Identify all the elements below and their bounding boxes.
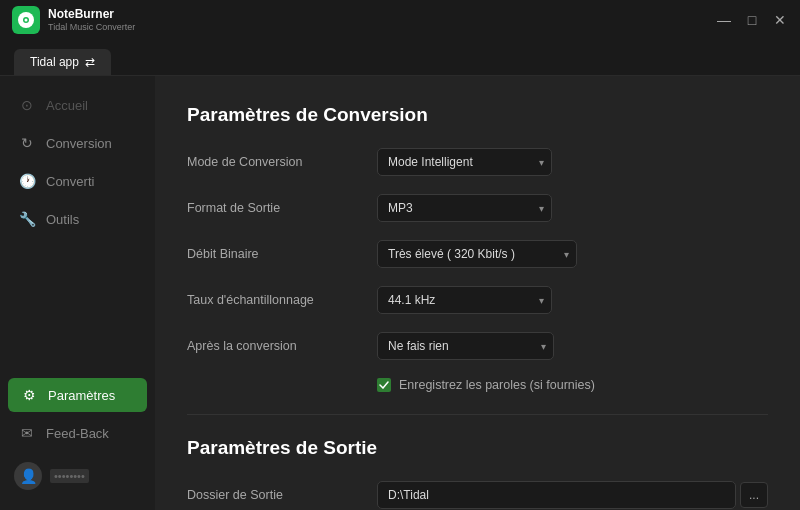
debit-binaire-label: Débit Binaire: [187, 247, 377, 261]
dossier-sortie-label: Dossier de Sortie: [187, 488, 377, 502]
app-brand: NoteBurner Tidal Music Converter: [12, 6, 135, 34]
app-name-sub: Tidal Music Converter: [48, 22, 135, 33]
tab-label: Tidal app: [30, 55, 79, 69]
taux-echantillonnage-label: Taux d'échantillonnage: [187, 293, 377, 307]
app-name-main: NoteBurner: [48, 7, 135, 21]
feedback-icon: ✉: [18, 424, 36, 442]
debit-binaire-select-wrapper: Très élevé ( 320 Kbit/s ) Élevé ( 256 Kb…: [377, 240, 577, 268]
dossier-sortie-row: Dossier de Sortie ...: [187, 481, 768, 509]
tidal-app-tab[interactable]: Tidal app ⇄: [14, 49, 111, 75]
lyrics-checkbox[interactable]: [377, 378, 391, 392]
window-controls: — □ ✕: [716, 12, 788, 28]
main-layout: ⊙ Accueil ↻ Conversion 🕐 Converti 🔧 Outi…: [0, 76, 800, 510]
sidebar-label-accueil: Accueil: [46, 98, 88, 113]
sortie-section-title: Paramètres de Sortie: [187, 437, 768, 459]
taux-echantillonnage-row: Taux d'échantillonnage 44.1 kHz 48 kHz 9…: [187, 286, 768, 314]
sidebar-item-converti[interactable]: 🕐 Converti: [0, 162, 155, 200]
debit-binaire-select[interactable]: Très élevé ( 320 Kbit/s ) Élevé ( 256 Kb…: [377, 240, 577, 268]
format-sortie-select[interactable]: MP3 AAC WAV FLAC AIFF ALAC: [377, 194, 552, 222]
apres-conversion-select[interactable]: Ne fais rien Ouvrir le dossier de sortie…: [377, 332, 554, 360]
sidebar-label-converti: Converti: [46, 174, 94, 189]
logo-icon: [18, 12, 34, 28]
debit-binaire-control: Très élevé ( 320 Kbit/s ) Élevé ( 256 Kb…: [377, 240, 768, 268]
sidebar-item-accueil[interactable]: ⊙ Accueil: [0, 86, 155, 124]
apres-conversion-control: Ne fais rien Ouvrir le dossier de sortie…: [377, 332, 768, 360]
title-bar: NoteBurner Tidal Music Converter — □ ✕: [0, 0, 800, 40]
close-button[interactable]: ✕: [772, 12, 788, 28]
history-icon: 🕐: [18, 172, 36, 190]
format-sortie-select-wrapper: MP3 AAC WAV FLAC AIFF ALAC ▾: [377, 194, 552, 222]
app-name: NoteBurner Tidal Music Converter: [48, 7, 135, 32]
sidebar-item-parametres[interactable]: ⚙ Paramètres: [8, 378, 147, 412]
mode-conversion-select-wrapper: Mode Intelligent Mode YouTube ▾: [377, 148, 552, 176]
svg-point-1: [25, 19, 28, 22]
browse-button[interactable]: ...: [740, 482, 768, 508]
apres-conversion-row: Après la conversion Ne fais rien Ouvrir …: [187, 332, 768, 360]
mode-conversion-select[interactable]: Mode Intelligent Mode YouTube: [377, 148, 552, 176]
sidebar-item-feedback[interactable]: ✉ Feed-Back: [0, 414, 155, 452]
format-sortie-control: MP3 AAC WAV FLAC AIFF ALAC ▾: [377, 194, 768, 222]
sidebar-item-conversion[interactable]: ↻ Conversion: [0, 124, 155, 162]
app-logo: [12, 6, 40, 34]
minimize-button[interactable]: —: [716, 12, 732, 28]
user-avatar: 👤: [14, 462, 42, 490]
settings-icon: ⚙: [20, 386, 38, 404]
sidebar-label-parametres: Paramètres: [48, 388, 115, 403]
debit-binaire-row: Débit Binaire Très élevé ( 320 Kbit/s ) …: [187, 240, 768, 268]
maximize-button[interactable]: □: [744, 12, 760, 28]
dossier-input-group: ...: [377, 481, 768, 509]
lyrics-checkbox-label: Enregistrez les paroles (si fournies): [399, 378, 595, 392]
mode-conversion-row: Mode de Conversion Mode Intelligent Mode…: [187, 148, 768, 176]
dossier-sortie-input[interactable]: [377, 481, 736, 509]
sidebar-label-conversion: Conversion: [46, 136, 112, 151]
sidebar-item-outils[interactable]: 🔧 Outils: [0, 200, 155, 238]
sidebar-label-feedback: Feed-Back: [46, 426, 109, 441]
apres-conversion-select-wrapper: Ne fais rien Ouvrir le dossier de sortie…: [377, 332, 554, 360]
settings-content: Paramètres de Conversion Mode de Convers…: [155, 76, 800, 510]
taux-echantillonnage-select-wrapper: 44.1 kHz 48 kHz 96 kHz ▾: [377, 286, 552, 314]
user-profile[interactable]: 👤 ••••••••: [0, 452, 155, 500]
taux-echantillonnage-select[interactable]: 44.1 kHz 48 kHz 96 kHz: [377, 286, 552, 314]
apres-conversion-label: Après la conversion: [187, 339, 377, 353]
sidebar: ⊙ Accueil ↻ Conversion 🕐 Converti 🔧 Outi…: [0, 76, 155, 510]
taux-echantillonnage-control: 44.1 kHz 48 kHz 96 kHz ▾: [377, 286, 768, 314]
format-sortie-label: Format de Sortie: [187, 201, 377, 215]
user-name: ••••••••: [50, 469, 89, 483]
mode-conversion-label: Mode de Conversion: [187, 155, 377, 169]
sidebar-label-outils: Outils: [46, 212, 79, 227]
conversion-icon: ↻: [18, 134, 36, 152]
conversion-section-title: Paramètres de Conversion: [187, 104, 768, 126]
home-icon: ⊙: [18, 96, 36, 114]
lyrics-checkbox-row: Enregistrez les paroles (si fournies): [187, 378, 768, 392]
tools-icon: 🔧: [18, 210, 36, 228]
tab-icon: ⇄: [85, 55, 95, 69]
format-sortie-row: Format de Sortie MP3 AAC WAV FLAC AIFF A…: [187, 194, 768, 222]
mode-conversion-control: Mode Intelligent Mode YouTube ▾: [377, 148, 768, 176]
tab-bar: Tidal app ⇄: [0, 40, 800, 76]
dossier-sortie-control: ...: [377, 481, 768, 509]
divider-1: [187, 414, 768, 415]
